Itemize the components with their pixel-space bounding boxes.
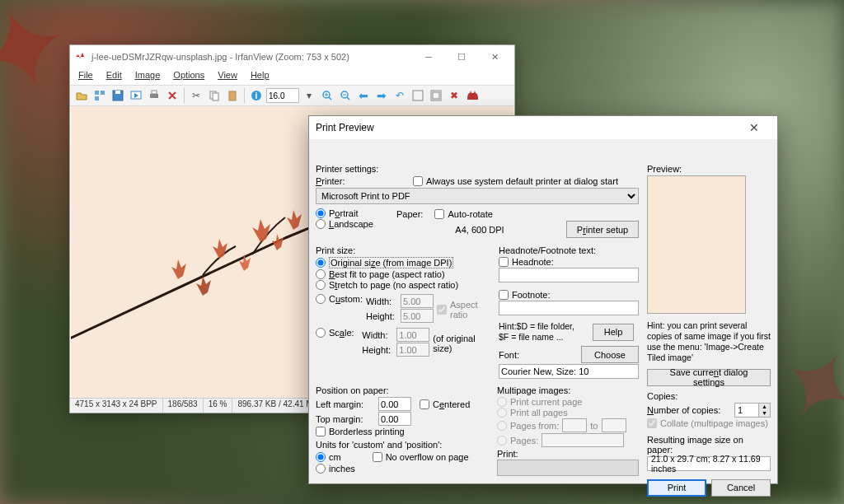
- menu-help[interactable]: Help: [244, 68, 276, 85]
- svg-rect-11: [229, 91, 236, 100]
- cm-radio[interactable]: cm: [316, 452, 341, 462]
- always-default-checkbox[interactable]: Always use system default printer at dia…: [413, 176, 618, 186]
- scale-radio[interactable]: Scale:: [316, 328, 359, 338]
- stretch-radio[interactable]: Stretch to page (no aspect ratio): [316, 280, 489, 290]
- printer-setup-button[interactable]: Printer setup: [566, 221, 639, 238]
- top-margin-input[interactable]: [378, 412, 411, 426]
- titlebar: j-lee-ueDSMrJZRqw-unsplash.jpg - IrfanVi…: [70, 45, 514, 68]
- toolbar: ✂ i ▾ ⬅ ➡ ↶ ✖: [70, 85, 514, 106]
- save-icon[interactable]: [110, 87, 126, 104]
- next-icon[interactable]: ➡: [373, 87, 390, 104]
- landscape-radio[interactable]: Landscape: [316, 219, 390, 229]
- font-label: Font:: [499, 350, 532, 360]
- svg-rect-2: [101, 91, 105, 95]
- settings-icon[interactable]: ✖: [446, 87, 462, 104]
- status-frame: 186/583: [163, 399, 204, 413]
- fit2-icon[interactable]: [428, 87, 444, 104]
- footnote-input[interactable]: [499, 301, 639, 315]
- inches-radio[interactable]: inches: [316, 464, 487, 474]
- svg-rect-10: [213, 93, 218, 100]
- menu-edit[interactable]: Edit: [100, 68, 129, 85]
- left-margin-input[interactable]: [378, 397, 411, 411]
- copies-spinner[interactable]: ▲▼: [734, 403, 771, 418]
- cancel-button[interactable]: Cancel: [711, 479, 771, 497]
- printer-select[interactable]: Microsoft Print to PDF: [316, 188, 639, 204]
- zoom-input[interactable]: [266, 88, 299, 103]
- font-value-input[interactable]: [499, 364, 639, 379]
- open-icon[interactable]: [73, 87, 90, 104]
- undo-icon[interactable]: ↶: [392, 87, 408, 104]
- copy-icon[interactable]: [206, 87, 223, 104]
- fit-icon[interactable]: [410, 87, 426, 104]
- best-fit-radio[interactable]: Best fit to page (aspect ratio): [316, 269, 489, 279]
- svg-rect-16: [413, 91, 423, 100]
- choose-font-button[interactable]: Choose: [581, 346, 639, 363]
- custom-height-input[interactable]: [401, 309, 434, 323]
- result-value: 21.0 x 29.7 cm; 8.27 x 11.69 inches: [647, 456, 771, 471]
- svg-rect-3: [95, 96, 99, 100]
- menubar: File Edit Image Options View Help: [70, 68, 514, 85]
- dialog-title: Print Preview: [316, 122, 374, 133]
- save-settings-button[interactable]: Save current dialog settings: [647, 369, 771, 386]
- preview-label: Preview:: [647, 164, 771, 174]
- minimize-button[interactable]: ─: [412, 46, 445, 68]
- dialog-close-button[interactable]: ✕: [738, 117, 771, 138]
- scale-width-input[interactable]: [396, 328, 429, 342]
- headnote-input[interactable]: [499, 268, 639, 282]
- portrait-radio[interactable]: Portrait: [316, 208, 390, 218]
- custom-width-input[interactable]: [401, 294, 434, 308]
- cat-icon[interactable]: [464, 87, 481, 104]
- help-button[interactable]: Help: [593, 324, 634, 341]
- of-original-label: (of original size): [433, 334, 489, 353]
- centered-checkbox[interactable]: Centered: [420, 399, 470, 409]
- status-zoom: 16 %: [204, 399, 233, 413]
- delete-icon[interactable]: [164, 87, 181, 104]
- footnote-checkbox[interactable]: Footnote:: [499, 290, 639, 300]
- svg-rect-8: [152, 91, 157, 94]
- print-button[interactable]: Print: [647, 479, 706, 497]
- borderless-checkbox[interactable]: Borderless printing: [316, 427, 487, 436]
- menu-image[interactable]: Image: [129, 68, 167, 85]
- menu-view[interactable]: View: [211, 68, 244, 85]
- window-title: j-lee-ueDSMrJZRqw-unsplash.jpg - IrfanVi…: [91, 52, 349, 62]
- svg-rect-1: [95, 91, 99, 95]
- cut-icon[interactable]: ✂: [188, 87, 204, 104]
- print-label: Print:: [497, 449, 518, 459]
- print-preview-dialog: Print Preview ✕ Printer settings: Printe…: [308, 115, 778, 484]
- prev-icon[interactable]: ⬅: [355, 87, 372, 104]
- print-dropdown: [497, 460, 639, 476]
- svg-rect-7: [150, 94, 158, 98]
- status-dims: 4715 x 3143 x 24 BPP: [70, 399, 163, 413]
- original-size-radio[interactable]: Original size (from image DPI): [316, 257, 489, 268]
- app-icon: [73, 50, 87, 63]
- no-overflow-checkbox[interactable]: No overflow on page: [373, 452, 469, 462]
- zoom-out-icon[interactable]: [337, 87, 354, 104]
- menu-options[interactable]: Options: [166, 68, 211, 85]
- paper-label: Paper:: [396, 209, 423, 219]
- printer-settings-label: Printer settings:: [316, 164, 639, 174]
- headnote-footnote-label: Headnote/Footnote text:: [499, 245, 639, 255]
- menu-file[interactable]: File: [72, 68, 100, 85]
- zoom-in-icon[interactable]: [319, 87, 335, 104]
- printer-label: Printer:: [316, 176, 357, 186]
- auto-rotate-checkbox[interactable]: Auto-rotate: [434, 209, 492, 219]
- headnote-checkbox[interactable]: Headnote:: [499, 257, 639, 267]
- info-icon[interactable]: i: [248, 87, 265, 104]
- svg-rect-5: [115, 91, 120, 94]
- hint-copies: Hint: you can print several copies of sa…: [647, 320, 771, 364]
- dialog-titlebar: Print Preview ✕: [309, 116, 777, 139]
- hint-df: Hint:$D = file folder, $F = file name ..…: [499, 321, 589, 343]
- aspect-ratio-checkbox: Aspect ratio: [437, 300, 489, 320]
- slideshow-icon[interactable]: [128, 87, 144, 104]
- close-button[interactable]: ✕: [478, 46, 511, 68]
- position-label: Position on paper:: [316, 385, 487, 395]
- thumbnails-icon[interactable]: [91, 87, 108, 104]
- maximize-button[interactable]: ☐: [445, 46, 478, 68]
- scale-height-input[interactable]: [396, 343, 429, 357]
- paste-icon[interactable]: [224, 87, 241, 104]
- print-icon[interactable]: [146, 87, 162, 104]
- pages-from-radio: Pages from:to: [497, 418, 639, 432]
- svg-text:i: i: [256, 91, 258, 100]
- dropdown-icon[interactable]: ▾: [301, 87, 317, 104]
- custom-radio[interactable]: Custom:: [316, 294, 363, 304]
